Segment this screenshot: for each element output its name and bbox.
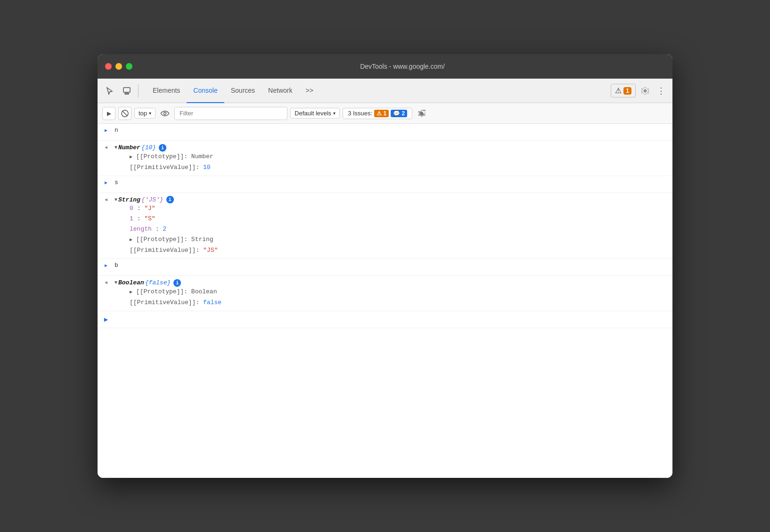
output-arrow: ◀ <box>98 144 115 150</box>
minimize-button[interactable] <box>115 63 122 70</box>
warning-count: ⚠ 1 <box>374 110 389 117</box>
toolbar-right: ⚠ 1 ⋮ <box>611 84 668 97</box>
property-row: 0 : "J" <box>115 203 665 214</box>
info-icon[interactable]: i <box>173 279 181 287</box>
tab-sources[interactable]: Sources <box>224 79 262 103</box>
console-output-boolean: ▼ Boolean {false} i ▶ [[Prototype]]: Boo… <box>115 279 672 308</box>
warning-badge: 1 <box>623 87 631 95</box>
expand-toggle[interactable]: ▼ Number {10} i <box>115 144 166 152</box>
console-row: ◀ ▼ Number {10} i ▶ [[Prototype]]: Numbe… <box>98 141 672 176</box>
info-count: 💬 2 <box>391 110 407 117</box>
console-prompt: ▶ <box>98 315 115 323</box>
info-icon[interactable]: i <box>159 144 166 152</box>
property-row: ▶ [[Prototype]]: String <box>115 234 665 245</box>
svg-point-4 <box>164 112 166 114</box>
main-toolbar: Elements Console Sources Network >> ⚠ 1 <box>98 79 672 103</box>
console-toolbar: ▶ top ▾ Default levels ▾ 3 Issues: ⚠ 1 <box>98 103 672 124</box>
console-output-string: ▼ String {'JS'} i 0 : "J" 1 : "S" length <box>115 196 672 256</box>
traffic-lights <box>105 63 132 70</box>
console-input-text: n <box>115 127 672 134</box>
console-row: ▶ s <box>98 176 672 193</box>
console-row: ▶ b <box>98 259 672 276</box>
live-expressions-icon[interactable] <box>158 107 172 120</box>
filter-input[interactable] <box>174 107 287 120</box>
input-arrow: ▶ <box>98 179 115 185</box>
console-output: ▶ n ◀ ▼ Number {10} i ▶ [[Prototype]]: N… <box>98 124 672 478</box>
context-selector[interactable]: top ▾ <box>134 108 156 119</box>
title-bar: DevTools - www.google.com/ <box>98 54 672 79</box>
separator <box>138 84 139 97</box>
issues-count-button[interactable]: 3 Issues: ⚠ 1 💬 2 <box>343 108 412 119</box>
close-button[interactable] <box>105 63 112 70</box>
property-row: [[PrimitiveValue]]: 10 <box>115 162 665 173</box>
console-settings-icon[interactable] <box>415 107 428 120</box>
console-row: ◀ ▼ Boolean {false} i ▶ [[Prototype]]: B… <box>98 276 672 311</box>
property-row: length : 2 <box>115 224 665 234</box>
tab-more[interactable]: >> <box>299 79 319 103</box>
console-input-text: s <box>115 179 672 186</box>
svg-rect-1 <box>125 93 129 94</box>
property-row: ▶ [[Prototype]]: Number <box>115 152 665 162</box>
clear-console-icon[interactable] <box>118 107 131 120</box>
console-row: ◀ ▼ String {'JS'} i 0 : "J" 1 : "S" <box>98 193 672 259</box>
svg-rect-0 <box>123 88 130 92</box>
more-menu-icon[interactable]: ⋮ <box>655 84 668 97</box>
console-repl-input[interactable] <box>115 316 672 323</box>
property-row: [[PrimitiveValue]]: false <box>115 298 665 308</box>
output-arrow: ◀ <box>98 196 115 202</box>
console-output-number: ▼ Number {10} i ▶ [[Prototype]]: Number … <box>115 144 672 173</box>
info-icon[interactable]: i <box>166 196 174 203</box>
property-row: 1 : "S" <box>115 214 665 224</box>
expand-toggle[interactable]: ▼ String {'JS'} i <box>115 196 174 203</box>
tab-network[interactable]: Network <box>262 79 299 103</box>
input-arrow: ▶ <box>98 262 115 268</box>
cursor-icon[interactable] <box>102 83 117 98</box>
tab-console[interactable]: Console <box>187 79 224 103</box>
expand-toggle[interactable]: ▼ Boolean {false} i <box>115 279 181 287</box>
svg-line-3 <box>123 111 127 116</box>
window-title: DevTools - www.google.com/ <box>140 63 665 70</box>
output-arrow: ◀ <box>98 279 115 285</box>
issues-badge[interactable]: ⚠ 1 <box>611 84 636 97</box>
play-icon[interactable]: ▶ <box>102 107 115 120</box>
property-row: [[PrimitiveValue]]: "JS" <box>115 245 665 256</box>
settings-icon[interactable] <box>639 84 652 97</box>
console-row: ▶ n <box>98 124 672 141</box>
console-input-text: b <box>115 262 672 269</box>
inspect-icon[interactable] <box>119 83 134 98</box>
tab-bar: Elements Console Sources Network >> <box>142 79 609 103</box>
tab-elements[interactable]: Elements <box>146 79 187 103</box>
maximize-button[interactable] <box>126 63 132 70</box>
log-levels-selector[interactable]: Default levels ▾ <box>290 108 340 119</box>
console-input-row: ▶ <box>98 311 672 328</box>
property-row: ▶ [[Prototype]]: Boolean <box>115 287 665 298</box>
input-arrow: ▶ <box>98 127 115 133</box>
devtools-window: DevTools - www.google.com/ Elements Cons… <box>98 54 672 478</box>
